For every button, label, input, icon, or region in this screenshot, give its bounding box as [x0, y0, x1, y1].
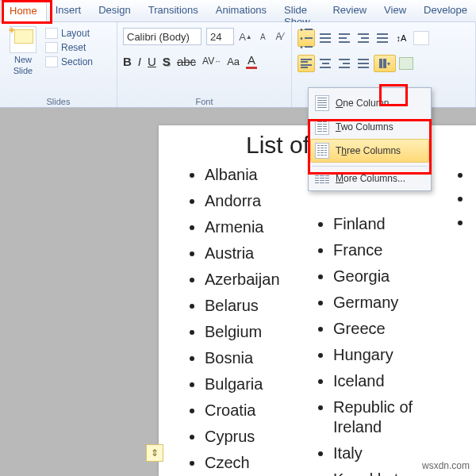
indent-icon: [358, 33, 369, 43]
outdent-icon: [339, 33, 350, 43]
numbering-button[interactable]: [317, 29, 334, 47]
highlight-columns-button: [379, 84, 408, 106]
align-center-icon: [320, 59, 331, 68]
list-item: Bulgaria: [205, 371, 309, 397]
new-slide-icon: ✦: [10, 26, 36, 53]
list-item: Azerbaijan: [205, 267, 309, 293]
align-right-button[interactable]: [336, 55, 353, 72]
list-item: Germany: [333, 290, 457, 316]
shrink-font-icon[interactable]: A: [257, 29, 269, 44]
list-item: Andorra: [205, 188, 309, 214]
justify-button[interactable]: [355, 55, 372, 72]
tab-developer[interactable]: Develope: [415, 0, 476, 21]
list-item: France: [333, 237, 457, 263]
slide-content: AlbaniaAndorraArmeniaAustriaAzerbaijanBe…: [159, 162, 476, 476]
clear-format-icon[interactable]: A⁄: [274, 29, 286, 44]
char-spacing-button[interactable]: AV↔: [202, 56, 221, 67]
tab-review[interactable]: Review: [324, 0, 375, 21]
text-direction-icon: ↕A: [397, 33, 407, 43]
list-item: [473, 209, 476, 233]
strike-button[interactable]: abc: [177, 55, 196, 68]
reset-button[interactable]: Reset: [45, 42, 93, 53]
list-item: Iceland: [333, 368, 457, 394]
tab-view[interactable]: View: [375, 0, 415, 21]
shadow-button[interactable]: S: [163, 55, 171, 68]
list-item: [473, 162, 476, 186]
list-item: [473, 186, 476, 209]
new-slide-button[interactable]: ✦ New Slide: [4, 25, 42, 95]
list-item: Belgium: [205, 319, 309, 345]
list-item: Greece: [333, 316, 457, 342]
convert-smartart-button[interactable]: [397, 55, 415, 72]
layout-icon: [45, 28, 58, 39]
list-column-3: [463, 162, 476, 476]
list-column-2: FinlandFranceGeorgiaGermanyGreeceHungary…: [316, 211, 457, 476]
align-center-button[interactable]: [317, 55, 334, 72]
list-column-1: AlbaniaAndorraArmeniaAustriaAzerbaijanBe…: [187, 162, 309, 476]
list-item: Finland: [333, 211, 457, 237]
one-column-icon: [315, 95, 329, 111]
new-slide-label-1: New: [14, 55, 32, 64]
new-slide-label-2: Slide: [13, 66, 33, 75]
font-size-combo[interactable]: 24: [206, 28, 234, 45]
bullets-button[interactable]: [298, 29, 315, 47]
list-item: Armenia: [205, 214, 309, 240]
watermark: wsxdn.com: [422, 460, 470, 471]
ribbon-body: ✦ New Slide Layout Reset Section Slides …: [0, 22, 476, 108]
layout-button[interactable]: Layout: [45, 28, 93, 39]
increase-indent-button[interactable]: [355, 29, 372, 47]
section-icon: [45, 56, 58, 67]
group-label-font: Font: [121, 95, 287, 106]
text-direction-button[interactable]: ↕A: [393, 29, 410, 47]
tab-transitions[interactable]: Transitions: [140, 0, 207, 21]
list-item: Republic of Ireland: [333, 394, 457, 440]
reset-icon: [45, 42, 58, 53]
tab-slideshow[interactable]: Slide Show: [275, 0, 324, 21]
align-left-icon: [301, 59, 312, 68]
smartart-icon: [399, 57, 413, 70]
bullets-icon: [300, 25, 313, 52]
highlight-home-tab: [2, 0, 52, 24]
ribbon: Home Insert Design Transitions Animation…: [0, 0, 476, 108]
spacing-icon: [377, 33, 388, 43]
align-text-button[interactable]: [413, 31, 429, 45]
group-font: Calibri (Body) 24 A▲ A A⁄ B I U S abc AV…: [117, 22, 292, 107]
numbering-icon: [320, 33, 331, 43]
list-item: Bosnia: [205, 345, 309, 371]
justify-icon: [358, 59, 369, 68]
bold-button[interactable]: B: [123, 55, 132, 68]
font-name-combo[interactable]: Calibri (Body): [123, 28, 202, 45]
change-case-button[interactable]: Aa: [227, 56, 240, 67]
italic-button[interactable]: I: [138, 55, 141, 68]
list-item: Croatia: [205, 397, 309, 424]
section-button[interactable]: Section: [45, 56, 93, 67]
decrease-indent-button[interactable]: [336, 29, 353, 47]
columns-button[interactable]: ▾: [374, 55, 396, 72]
underline-button[interactable]: U: [148, 55, 156, 68]
more-columns-icon: [315, 173, 329, 184]
list-item: Cyprus: [205, 424, 309, 450]
list-item: Czech Republic: [205, 450, 309, 476]
tab-design[interactable]: Design: [90, 0, 139, 21]
grow-font-icon[interactable]: A▲: [239, 29, 252, 44]
tab-insert[interactable]: Insert: [47, 0, 90, 21]
highlight-columns-options: [308, 119, 432, 175]
collapse-handle-icon[interactable]: ⇕: [146, 444, 163, 462]
columns-option-one[interactable]: One Column: [310, 91, 429, 115]
tab-animations[interactable]: Animations: [207, 0, 275, 21]
group-label-slides: Slides: [4, 95, 113, 106]
line-spacing-button[interactable]: [374, 29, 391, 47]
columns-icon: [379, 59, 382, 68]
list-item: Austria: [205, 240, 309, 267]
list-item: Hungary: [333, 342, 457, 368]
list-item: Georgia: [333, 263, 457, 290]
align-right-icon: [339, 59, 350, 68]
font-color-button[interactable]: A: [246, 53, 257, 69]
group-slides: ✦ New Slide Layout Reset Section Slides: [0, 22, 117, 107]
chevron-down-icon: ▾: [387, 60, 390, 67]
list-item: Belarus: [205, 293, 309, 319]
list-item: Albania: [205, 162, 309, 188]
align-left-button[interactable]: [298, 55, 315, 72]
ribbon-tabs: Home Insert Design Transitions Animation…: [0, 0, 476, 22]
